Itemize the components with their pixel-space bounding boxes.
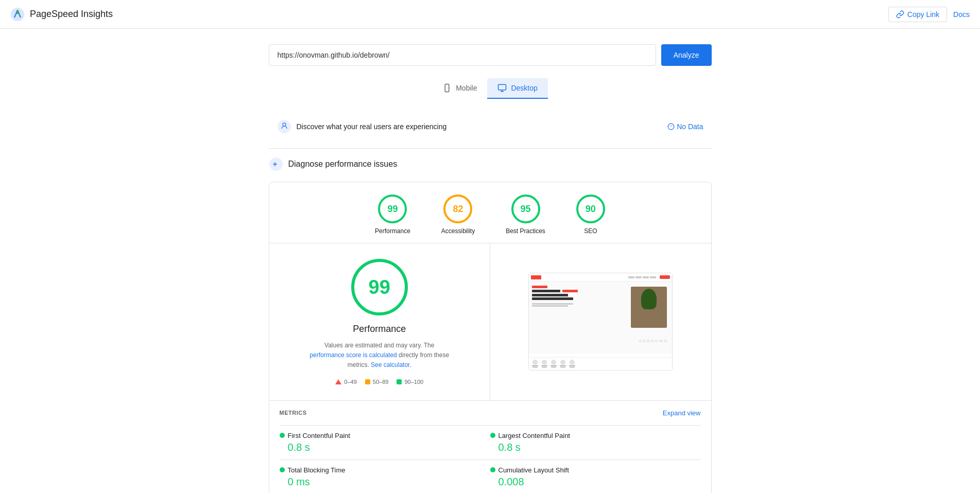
good-range: 90–100 <box>404 379 423 385</box>
tab-mobile-label: Mobile <box>456 84 477 92</box>
mock-stat-icon <box>551 360 556 365</box>
average-icon <box>365 379 370 384</box>
tbt-value: 0 ms <box>280 476 490 488</box>
url-input[interactable] <box>269 44 656 66</box>
score-item-best-practices[interactable]: 95 Best Practices <box>506 195 545 235</box>
mock-text2 <box>532 305 568 307</box>
no-data-section[interactable]: No Data <box>667 122 703 131</box>
mock-tree-image <box>631 287 667 328</box>
accessibility-score: 82 <box>453 204 463 215</box>
cls-label: Cumulative Layout Shift <box>498 466 569 474</box>
real-users-info: Discover what your real users are experi… <box>277 119 447 134</box>
site-screenshot: DEBROWN <box>529 273 672 370</box>
lcp-value: 0.8 s <box>490 442 701 453</box>
mock-stat-label <box>560 367 565 368</box>
no-data-label: No Data <box>677 122 703 131</box>
mock-stat-icon <box>532 360 538 365</box>
best-practices-circle: 95 <box>511 195 540 223</box>
mock-nav-item <box>628 276 634 278</box>
legend-fail: 0–49 <box>335 379 356 385</box>
main-content: Analyze Mobile Desktop <box>259 29 722 493</box>
diagnose-icon <box>269 157 283 171</box>
performance-calc-link[interactable]: performance score is calculated <box>310 351 397 359</box>
mock-stat-3 <box>551 360 557 368</box>
screenshot-preview: DEBROWN <box>528 273 673 371</box>
svg-rect-4 <box>498 84 506 90</box>
performance-detail-title: Performance <box>353 324 406 334</box>
see-calculator-link[interactable]: See calculator. <box>371 361 411 368</box>
mock-stat-2 <box>541 360 547 368</box>
performance-label: Performance <box>375 227 410 235</box>
app-header: PageSpeed Insights Copy Link Docs <box>0 0 980 29</box>
tab-mobile[interactable]: Mobile <box>432 78 487 99</box>
copy-link-label: Copy Link <box>907 10 939 19</box>
mock-stat-icon <box>542 360 547 365</box>
mock-tag <box>532 286 547 288</box>
good-icon <box>397 379 402 384</box>
score-panel: 99 Performance 82 Accessibility 95 Best … <box>269 182 712 493</box>
metrics-section: METRICS Expand view First Contentful Pai… <box>269 400 711 493</box>
expand-view-button[interactable]: Expand view <box>663 409 701 417</box>
analyze-button[interactable]: Analyze <box>661 44 712 66</box>
metric-lcp: Largest Contentful Paint 0.8 s <box>490 425 701 460</box>
mock-stat-value <box>541 365 547 366</box>
accessibility-circle: 82 <box>443 195 472 223</box>
tbt-label: Total Blocking Time <box>288 466 346 474</box>
score-item-accessibility[interactable]: 82 Accessibility <box>441 195 475 235</box>
performance-detail: 99 Performance Values are estimated and … <box>269 243 711 400</box>
mock-stat-icon <box>570 360 575 365</box>
accessibility-label: Accessibility <box>441 227 475 235</box>
metric-cls-name: Cumulative Layout Shift <box>490 466 701 474</box>
seo-circle: 90 <box>576 195 605 223</box>
best-practices-score: 95 <box>521 204 531 215</box>
fcp-label: First Contentful Paint <box>288 432 350 439</box>
users-icon <box>277 119 291 134</box>
info-icon <box>667 123 675 130</box>
score-item-seo[interactable]: 90 SEO <box>576 195 605 235</box>
mock-stat-label <box>532 367 538 368</box>
score-item-performance[interactable]: 99 Performance <box>375 195 410 235</box>
performance-right-panel: DEBROWN <box>490 243 711 400</box>
mock-stat-value <box>560 365 566 366</box>
performance-big-circle: 99 <box>351 259 408 315</box>
device-tabs: Mobile Desktop <box>269 78 712 99</box>
mock-nav-item <box>650 276 656 278</box>
svg-point-7 <box>278 120 291 133</box>
performance-big-score: 99 <box>369 276 390 298</box>
average-range: 50–89 <box>373 379 389 385</box>
score-legend: 0–49 50–89 90–100 <box>335 379 423 385</box>
logo-section: PageSpeed Insights <box>10 7 113 22</box>
metrics-header: METRICS Expand view <box>280 409 701 417</box>
scores-summary-row: 99 Performance 82 Accessibility 95 Best … <box>269 182 711 243</box>
lcp-label: Largest Contentful Paint <box>498 432 570 439</box>
mock-cta-button <box>660 275 670 279</box>
mock-nav <box>628 276 656 278</box>
tbt-dot <box>280 467 285 472</box>
mock-stat-value <box>569 365 575 366</box>
mock-stat-value <box>551 365 557 366</box>
mock-heading2 <box>532 294 568 296</box>
metric-lcp-name: Largest Contentful Paint <box>490 432 701 439</box>
mock-site-header <box>529 273 672 281</box>
desktop-icon <box>497 83 507 93</box>
fcp-dot <box>280 433 285 438</box>
mock-stat-label <box>551 367 556 368</box>
docs-link[interactable]: Docs <box>953 10 970 19</box>
legend-good: 90–100 <box>397 379 423 385</box>
metric-cls: Cumulative Layout Shift 0.008 <box>490 460 701 493</box>
tab-desktop-label: Desktop <box>511 84 537 92</box>
mock-stat-icon <box>560 360 565 365</box>
cls-dot <box>490 467 495 472</box>
mock-heading <box>532 290 560 292</box>
real-users-text: Discover what your real users are experi… <box>297 122 447 131</box>
performance-description: Values are estimated and may vary. The p… <box>307 341 452 371</box>
performance-left-panel: 99 Performance Values are estimated and … <box>269 243 491 400</box>
mock-stat-5 <box>569 360 575 368</box>
tab-desktop[interactable]: Desktop <box>487 78 547 99</box>
fail-range: 0–49 <box>344 379 356 385</box>
mock-stat-1 <box>532 360 538 368</box>
seo-label: SEO <box>584 227 597 235</box>
mock-nav-item <box>643 276 649 278</box>
copy-link-button[interactable]: Copy Link <box>888 7 947 22</box>
metrics-label: METRICS <box>280 410 307 416</box>
